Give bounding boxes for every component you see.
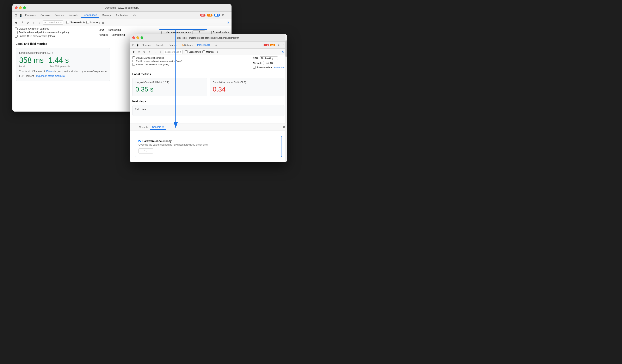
tab-memory-back[interactable]: Memory [100, 13, 113, 18]
settings-icon-front[interactable]: ⚙ [277, 43, 280, 47]
record-icon-front[interactable]: ⏺ [132, 50, 136, 54]
cursor-icon[interactable]: ⊡ [14, 13, 18, 17]
local-metrics-title: Local metrics [132, 73, 284, 76]
recording-select-front[interactable]: no recordings ▾ [164, 50, 183, 54]
stop-icon-back[interactable]: ⊘ [26, 20, 30, 25]
tab-elements-front[interactable]: Elements [140, 43, 153, 47]
device-icon[interactable]: 📱 [19, 13, 22, 17]
titlebar-back: DevTools - www.google.com/ [12, 4, 232, 12]
grid-icon-front[interactable]: ⊞ [215, 50, 219, 54]
enable-css-checkbox-back[interactable] [15, 35, 18, 37]
tab-more-front[interactable]: >> [213, 43, 219, 47]
extension-data-row-back: Extension data [209, 31, 229, 34]
lcp-title-front: Largest Contentful Paint (LCP) [136, 81, 204, 84]
enable-paint-checkbox-back[interactable] [15, 31, 18, 34]
extension-data-checkbox-back[interactable] [209, 31, 212, 34]
cpu-throttle-select-front[interactable]: No throttling [260, 56, 278, 60]
memory-checkbox-front[interactable] [202, 50, 205, 53]
disable-js-row-front: Disable JavaScript samples [132, 56, 182, 59]
tab-application-back[interactable]: Application [114, 13, 130, 18]
cpu-label-back: CPU: [98, 29, 105, 31]
refresh-icon-front[interactable]: ↺ [137, 50, 141, 54]
enable-paint-checkbox-front[interactable] [132, 60, 135, 62]
download-icon-front[interactable]: ↓ [153, 50, 157, 54]
sensors-tab-active[interactable]: Sensors ✕ [150, 125, 166, 130]
tab-network-front[interactable]: ⚠ Network [180, 43, 195, 47]
tab-sources-front[interactable]: Sources [167, 43, 179, 47]
lcp-card-back: Largest Contentful Paint (LCP) 358 ms 1.… [16, 48, 110, 81]
upload-icon-back[interactable]: ↑ [31, 20, 36, 25]
devtools-window-front: DevTools - emscripten-dbg-stories.netlif… [130, 34, 287, 162]
network-throttle-select-back[interactable]: No throttling [110, 33, 129, 37]
metrics-row: Largest Contentful Paint (LCP) 0.35 s Cu… [132, 78, 284, 96]
tab-performance-front[interactable]: Performance [195, 43, 212, 47]
tab-console-back[interactable]: Console [39, 13, 52, 18]
close-button-front[interactable] [132, 36, 135, 39]
lcp-value-inline-back: 358 ms [45, 70, 54, 73]
hw-concurrency-input-back[interactable] [193, 30, 205, 35]
refresh-icon-back[interactable]: ↺ [20, 20, 24, 25]
hw-concurrency-checkbox-front-sensors[interactable] [138, 140, 141, 142]
memory-checkbox-back[interactable] [86, 21, 89, 24]
settings-sub-icon-front[interactable]: ⚙ [281, 50, 285, 54]
error-badge-back: ✕ 2 [200, 14, 205, 17]
lcp-local-value-back: 358 ms [19, 56, 44, 65]
enable-css-checkbox-front[interactable] [132, 63, 135, 66]
enable-paint-row-front: Enable advanced paint instrumentation (s… [132, 60, 182, 62]
maximize-button-front[interactable] [140, 36, 143, 39]
next-steps-title: Next steps [132, 100, 284, 103]
settings-sub-icon-back[interactable]: ⚙ [226, 20, 230, 25]
close-sensors-icon[interactable]: ✕ [162, 126, 164, 128]
hw-concurrency-checkbox-back[interactable] [161, 31, 164, 34]
cursor-icon-front[interactable]: ⊡ [132, 43, 135, 47]
upload-icon-front[interactable]: ↑ [148, 50, 152, 54]
download-icon-back[interactable]: ↓ [37, 20, 41, 25]
home-icon-front[interactable]: ⌂ [158, 50, 162, 54]
warning-badge-back: ⚠ 2 [207, 14, 212, 17]
tab-performance-back[interactable]: Performance [81, 13, 99, 18]
tab-network-back[interactable]: Network [67, 13, 80, 18]
console-tab[interactable]: Console [137, 125, 150, 129]
hardware-concurrency-section: Hardware concurrency Override the value … [135, 136, 282, 157]
cls-card-front: Cumulative Layout Shift (CLS) 0.34 [210, 78, 284, 96]
options-front: Disable JavaScript samples Enable advanc… [130, 55, 287, 70]
tab-more-back[interactable]: >> [131, 13, 138, 18]
memory-label-front: Memory [206, 51, 214, 53]
extension-data-checkbox-front[interactable] [253, 66, 256, 69]
more-icon-back[interactable]: ⋮ [226, 13, 230, 17]
record-icon-back[interactable]: ⏺ [14, 20, 18, 25]
screenshots-checkbox-back[interactable] [66, 21, 69, 24]
close-button-back[interactable] [15, 6, 18, 9]
warning-badge-front: ⚠ 1 [270, 44, 275, 46]
more-icon-front[interactable]: ⋮ [282, 43, 285, 47]
disable-js-checkbox-front[interactable] [132, 56, 135, 59]
network-label-back: Network: [98, 34, 108, 36]
dots-menu[interactable]: ⋮ [132, 125, 137, 129]
maximize-button-back[interactable] [23, 6, 26, 9]
grid-icon-back[interactable]: ⊞ [101, 20, 105, 25]
network-throttle-select-front[interactable]: Fast 4G [263, 61, 277, 65]
lcp-element-value-back[interactable]: img#moon-static.moonCta [36, 74, 65, 77]
lcp-description-back: Your local LCP value of 358 ms is good, … [19, 70, 107, 73]
hw-concurrency-input-sensors[interactable] [138, 148, 153, 153]
tab-console-front[interactable]: Console [154, 43, 166, 47]
minimize-button-back[interactable] [19, 6, 22, 9]
screenshots-checkbox-front[interactable] [185, 50, 188, 53]
device-icon-front[interactable]: 📱 [136, 43, 139, 47]
disable-js-checkbox-back[interactable] [15, 27, 18, 30]
lcp-element-row-back: LCP Element img#moon-static.moonCta [19, 74, 107, 77]
network-label-front: Network: [253, 62, 262, 64]
hw-concurrency-label-back: Hardware concurrency [166, 31, 191, 34]
settings-icon-back[interactable]: ⚙ [221, 13, 225, 17]
field-data-title: Field data [135, 108, 282, 111]
close-panel-icon[interactable]: ✕ [283, 125, 285, 129]
lcp-title-back: Largest Contentful Paint (LCP) [19, 52, 107, 54]
learn-more-link[interactable]: Learn more [273, 66, 284, 69]
scrollbar-right[interactable] [285, 34, 287, 162]
recording-select-back[interactable]: no recordings ▾ [43, 20, 63, 25]
cpu-throttle-select-back[interactable]: No throttling [106, 28, 125, 32]
tab-sources-back[interactable]: Sources [53, 13, 66, 18]
stop-icon-front[interactable]: ⊘ [142, 50, 146, 54]
minimize-button-front[interactable] [136, 36, 139, 39]
tab-elements-back[interactable]: Elements [23, 13, 38, 18]
